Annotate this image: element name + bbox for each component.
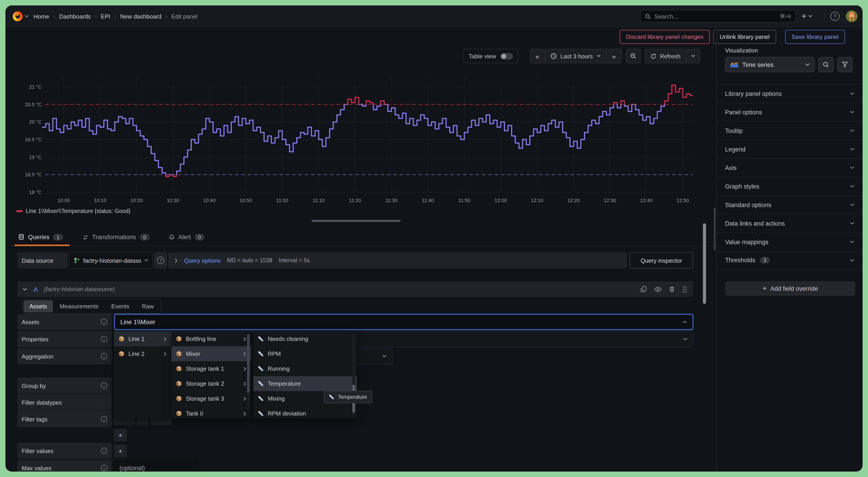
- svg-text:18 °C: 18 °C: [29, 189, 41, 195]
- collapse-chevron-icon[interactable]: [23, 288, 27, 290]
- add-new-button[interactable]: +: [802, 10, 812, 23]
- refresh-interval-dropdown[interactable]: [686, 49, 700, 63]
- pane-resize-handle[interactable]: [714, 208, 716, 250]
- asset-cube-icon: [176, 336, 182, 342]
- filter-tags-chip[interactable]: [136, 418, 148, 425]
- info-icon[interactable]: i: [101, 319, 107, 325]
- time-series-chart[interactable]: 18 °C18.5 °C19 °C19.5 °C20 °C20.5 °C21 °…: [13, 67, 699, 205]
- section-tooltip[interactable]: Tooltip: [717, 121, 863, 140]
- avatar[interactable]: [846, 10, 858, 22]
- chevron-down-icon: [850, 129, 855, 132]
- help-button[interactable]: ?: [831, 10, 839, 23]
- grafana-logo-icon[interactable]: [13, 11, 23, 21]
- legend-item[interactable]: Line 1\\Mixer\\Temperature {status: Good…: [16, 208, 130, 214]
- menu-item-rpm-deviation[interactable]: RPM deviation: [253, 406, 357, 421]
- section-value-mappings[interactable]: Value mappings: [717, 232, 863, 251]
- info-icon[interactable]: i: [101, 382, 107, 389]
- time-forward-button[interactable]: »: [606, 49, 622, 63]
- filter-tags-chip[interactable]: [114, 418, 135, 425]
- main-scrollbar[interactable]: [703, 223, 706, 304]
- menu-item-rpm[interactable]: RPM: [253, 346, 357, 361]
- menu-item-bottling-line[interactable]: Bottling line: [172, 331, 251, 346]
- menu-item-running[interactable]: Running: [253, 361, 357, 376]
- search-input[interactable]: Search... ⌘+k: [640, 10, 796, 23]
- info-icon[interactable]: i: [101, 336, 107, 342]
- info-icon[interactable]: i: [101, 465, 107, 471]
- menu-item-mixer[interactable]: Mixer: [172, 346, 251, 361]
- menu-item-storage-tank-2[interactable]: Storage tank 2: [172, 376, 251, 391]
- visualization-picker[interactable]: Time series: [725, 57, 815, 72]
- menu-item-line-2[interactable]: Line 2: [114, 346, 172, 361]
- breadcrumb-item[interactable]: Dashboards: [59, 13, 91, 20]
- time-back-button[interactable]: «: [530, 49, 545, 63]
- menu-item-storage-tank-3[interactable]: Storage tank 3: [172, 391, 251, 406]
- section-data-links-and-actions[interactable]: Data links and actions: [717, 214, 863, 232]
- breadcrumb-item[interactable]: New dashboard: [120, 13, 161, 20]
- drag-handle-icon[interactable]: [682, 286, 687, 293]
- query-datasource: (factry-historian-datasource): [44, 286, 115, 292]
- section-thresholds[interactable]: Thresholds3: [717, 251, 863, 269]
- tab-assets[interactable]: Assets: [24, 300, 53, 312]
- tab-alert[interactable]: Alert 0: [169, 228, 205, 246]
- legend-swatch: [16, 210, 23, 212]
- breadcrumb-item[interactable]: Home: [33, 13, 49, 20]
- org-chevron-icon[interactable]: [24, 15, 29, 18]
- section-legend[interactable]: Legend: [717, 140, 863, 158]
- tab-count-badge: 1: [53, 234, 63, 241]
- menu-scrollbar-track[interactable]: [352, 334, 355, 415]
- tab-measurements[interactable]: Measurements: [54, 300, 104, 312]
- section-graph-styles[interactable]: Graph styles: [717, 177, 863, 195]
- trash-icon[interactable]: [669, 286, 675, 292]
- refresh-button[interactable]: Refresh: [645, 49, 686, 63]
- measurement-icon: [258, 381, 264, 387]
- assets-input[interactable]: Line 1\\Mixer: [114, 314, 693, 330]
- datasource-picker[interactable]: factry-historian-datasou: [69, 252, 153, 268]
- section-axis[interactable]: Axis: [717, 158, 863, 177]
- menu-item-needs-cleaning[interactable]: Needs cleaning: [253, 331, 357, 346]
- query-inspector-button[interactable]: Query inspector: [630, 252, 693, 268]
- time-range-picker[interactable]: Last 3 hours: [545, 49, 606, 63]
- section-standard-options[interactable]: Standard options: [717, 195, 863, 214]
- tab-raw[interactable]: Raw: [136, 300, 160, 312]
- breadcrumb: Home›Dashboards›EPI›New dashboard›Edit p…: [33, 5, 197, 27]
- tab-events[interactable]: Events: [105, 300, 135, 312]
- filter-options-button[interactable]: [837, 57, 852, 72]
- filter-tags-chip[interactable]: [150, 418, 172, 425]
- query-row-header[interactable]: A (factry-historian-datasource): [17, 281, 693, 297]
- svg-text:10:00: 10:00: [57, 198, 70, 203]
- eye-icon[interactable]: [654, 286, 662, 292]
- section-library-panel-options[interactable]: Library panel options: [717, 84, 863, 103]
- menu-item-storage-tank-1[interactable]: Storage tank 1: [172, 361, 251, 376]
- table-view-toggle[interactable]: Table view: [463, 49, 518, 63]
- menu-item-temperature[interactable]: Temperature: [253, 376, 357, 391]
- add-filter-datatype-button[interactable]: +: [114, 428, 127, 441]
- menu-item-tank-0[interactable]: Tank 0: [172, 406, 251, 421]
- query-options-bar[interactable]: Query options MD = auto = 1538 Interval …: [168, 252, 627, 268]
- add-field-override-button[interactable]: + Add field override: [725, 281, 855, 296]
- section-panel-options[interactable]: Panel options: [717, 103, 863, 121]
- table-view-switch[interactable]: [500, 53, 513, 59]
- info-icon[interactable]: i: [101, 416, 107, 422]
- horizontal-scrollbar[interactable]: [312, 220, 401, 222]
- transform-icon: [82, 234, 88, 240]
- tab-label: Queries: [28, 234, 50, 241]
- max-values-input[interactable]: (optional): [114, 460, 199, 472]
- info-icon[interactable]: i: [101, 353, 107, 359]
- discard-library-panel-button[interactable]: Discard library panel changes: [620, 30, 710, 44]
- tab-transformations[interactable]: Transformations 0: [82, 228, 150, 246]
- tab-count-badge: 0: [140, 234, 150, 241]
- tab-queries[interactable]: Queries 1: [18, 228, 63, 246]
- menu-scrollbar-track[interactable]: [247, 334, 250, 409]
- breadcrumb-item[interactable]: Edit panel: [172, 13, 198, 20]
- search-options-button[interactable]: [818, 57, 834, 72]
- menu-item-line-1[interactable]: Line 1: [114, 331, 172, 346]
- duplicate-icon[interactable]: [641, 286, 647, 292]
- query-options-link[interactable]: Query options: [184, 257, 221, 264]
- breadcrumb-item[interactable]: EPI: [101, 13, 111, 20]
- measurement-icon: [329, 394, 334, 400]
- add-filter-value-button[interactable]: +: [114, 444, 127, 457]
- datasource-help-button[interactable]: ?: [154, 252, 167, 268]
- svg-text:12:10: 12:10: [531, 198, 543, 203]
- zoom-out-button[interactable]: [625, 49, 641, 63]
- info-icon[interactable]: i: [101, 448, 107, 454]
